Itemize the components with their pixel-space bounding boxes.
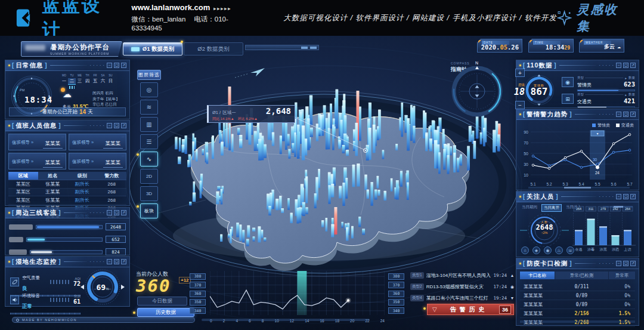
contact-block: www.lanlanwork.com▸▸▸▸▸ 微信：ben_lanlan电话：… [132, 3, 264, 33]
duty-leader-card[interactable]: 值班领导··某某某 [69, 134, 126, 150]
mini-icon[interactable]: ⌂ [521, 246, 529, 254]
svg-text:279: 279 [600, 207, 606, 211]
restore-icon[interactable]: ▢ [623, 261, 628, 266]
duty-leader-card[interactable]: 值班领导··某某某 [69, 153, 126, 169]
zoom-in-button[interactable]: + [515, 69, 525, 77]
expand-icon[interactable]: ↗ [630, 194, 636, 199]
restore-icon[interactable]: ▢ [623, 112, 628, 117]
minimize-icon[interactable]: ‒ [616, 194, 621, 199]
website-link[interactable]: www.lanlanwork.com [132, 3, 210, 12]
list-icon[interactable]: ☰ [140, 134, 158, 149]
expand-icon[interactable]: ↗ [121, 63, 126, 68]
mode-3d-button[interactable]: 3D [140, 186, 158, 201]
panel-duty-info: 值班人员信息 ‒▢↗ 值班领导··某某某值班领导··某某某值班领导··某某某值班… [5, 120, 130, 206]
alert-list-item[interactable]: 类型4某路口有小汽车连闯三个红灯19:24▼ [410, 294, 515, 303]
warning-triangle-icon: ▽ [432, 306, 437, 313]
table-row[interactable]: 某某某某0/890% [520, 300, 635, 309]
lanlan-logo-icon [14, 7, 36, 29]
minimize-icon[interactable]: ‒ [107, 63, 112, 68]
minimize-icon[interactable]: ‒ [616, 261, 621, 266]
restore-icon[interactable]: ▢ [623, 63, 628, 68]
tab-day-period[interactable]: 当日期间 [520, 204, 539, 212]
alert-history-banner[interactable]: ▽ 告警历史 36 [427, 304, 514, 315]
radar-icon[interactable]: ≋ [140, 100, 158, 115]
map-tooltip: Ø1 / 区域一 2,648 同比 14.1%▲环比 6.2%▲ [207, 105, 295, 123]
svg-text:30: 30 [593, 158, 597, 162]
panel-daily-info: 日常信息 ‒▢↗ PM 18:34 MO一TU二WE三TH四FR五SA六SU日 … [5, 60, 130, 119]
app-root: 蓝蓝设计 www.lanlanwork.com▸▸▸▸▸ 微信：ben_lanl… [0, 0, 644, 330]
expand-icon[interactable]: ↗ [121, 259, 126, 264]
minimize-icon[interactable]: ‒ [107, 210, 112, 215]
table-row[interactable]: 某某区王某某副所长268 [8, 189, 126, 197]
svg-text:50: 50 [524, 152, 528, 156]
alert-list-item[interactable]: 类型1湿地3-104片区有不明人员闯入19:24▲ [410, 271, 515, 280]
expand-icon[interactable]: ↗ [630, 261, 636, 266]
minimize-icon[interactable]: ‒ [616, 112, 621, 117]
svg-text:264: 264 [576, 207, 581, 211]
mini-icon[interactable]: ◈ [532, 246, 540, 254]
svg-text:242: 242 [612, 207, 618, 211]
restore-icon[interactable]: ▢ [623, 194, 628, 199]
traffic-type-row: 类型▸数量 交通类421 [577, 92, 635, 108]
tab-data-category-2[interactable]: Ø2 数据类别 [184, 42, 243, 55]
table-row[interactable]: 某某某某2/1561.5% [520, 309, 635, 318]
history-data-button[interactable]: 历史数据 [137, 308, 194, 317]
compass-dial[interactable] [450, 63, 504, 118]
panel-header: 关注人员 ‒▢↗ [516, 192, 639, 202]
camera-icon[interactable]: ◎ [140, 82, 158, 97]
restore-icon[interactable]: ▢ [114, 259, 119, 264]
svg-text:5.2: 5.2 [546, 182, 552, 186]
expand-icon[interactable]: ↗ [630, 63, 636, 68]
office-count-delta: +12 [179, 277, 191, 283]
minimize-icon[interactable]: ‒ [616, 63, 621, 68]
expand-icon[interactable]: ↗ [121, 210, 126, 215]
table-row[interactable]: 某某某某0/3110% [520, 282, 635, 291]
duty-leader-card[interactable]: 值班领导··某某某 [8, 134, 66, 150]
wave-chart-icon[interactable]: ∿ [140, 152, 158, 166]
zoom-out-button[interactable]: − [515, 101, 525, 109]
tab-data-category-1[interactable]: Ø1 数据类别 [123, 42, 182, 55]
minimize-icon[interactable]: ‒ [107, 259, 112, 264]
table-row[interactable]: 某某区张某某副所长268 [8, 180, 126, 189]
mode-2d-button[interactable]: 2D [140, 169, 158, 184]
device-icon[interactable]: ▥ [140, 117, 158, 132]
table-row[interactable]: 某某某某0/890% [520, 291, 635, 300]
panel-title: 周边三线客流 [16, 209, 57, 217]
panel-passenger-flow: 周边三线客流 ‒▢↗ 2648652824 [5, 207, 130, 255]
mini-icon[interactable]: ◉ [544, 246, 552, 254]
mini-icon[interactable]: ♨ [555, 246, 563, 254]
panel-header: 值班人员信息 ‒▢↗ [5, 121, 129, 131]
wechat-label: 微信：ben_lanlan [132, 16, 186, 23]
restore-icon[interactable]: ▢ [114, 63, 119, 68]
column-header[interactable]: 异常率 [609, 272, 635, 279]
expand-icon[interactable]: ↗ [121, 123, 126, 128]
bar-fill [37, 226, 99, 228]
weekday-cell: SU日 [107, 74, 114, 89]
duty-leader-card[interactable]: 值班领导··某某某 [8, 153, 66, 169]
trend-scrollbar[interactable] [528, 187, 630, 189]
date-chip: DATE 2020.05.26 [477, 39, 522, 53]
panel-header: 周边三线客流 ‒▢↗ [5, 208, 129, 218]
metric-slider[interactable] [10, 313, 80, 314]
restore-icon[interactable]: ▢ [114, 123, 119, 128]
panel-eco-monitor: 湿地生态监控 ‒▢↗ 空气质量 良 AQI 72 [5, 256, 130, 307]
table-row[interactable]: 某某区张某某副所长268 [8, 196, 126, 205]
tab-day-leave[interactable]: 当日离开 [541, 204, 562, 212]
inspiration-collection[interactable]: 灵感收集 [557, 1, 630, 35]
watermark-dot-icon [16, 319, 19, 322]
checkpoint-footer-bar [520, 320, 635, 323]
focus-scrollbar[interactable] [603, 206, 633, 208]
mode-block-button[interactable]: 板块 [140, 203, 158, 218]
restore-icon[interactable]: ▢ [114, 210, 119, 215]
minimize-icon[interactable]: ‒ [107, 123, 112, 128]
y-axis-tick: 370 [190, 282, 206, 288]
column-header[interactable]: 卡口名称 [520, 272, 555, 279]
checkpoint-table-header: 卡口名称 异常/已检测 异常率 [520, 272, 635, 279]
bar-value: 652 [106, 236, 126, 243]
column-header[interactable]: 异常/已检测 [555, 272, 608, 279]
today-data-button[interactable]: 今日数据 [137, 297, 187, 306]
alert-list-item[interactable]: 类型2RD13-53烟感报警疑似火灾17:24◉ [410, 282, 515, 291]
bar-value: 2648 [106, 223, 126, 230]
svg-text:264: 264 [625, 207, 630, 211]
expand-icon[interactable]: ↗ [630, 112, 636, 117]
